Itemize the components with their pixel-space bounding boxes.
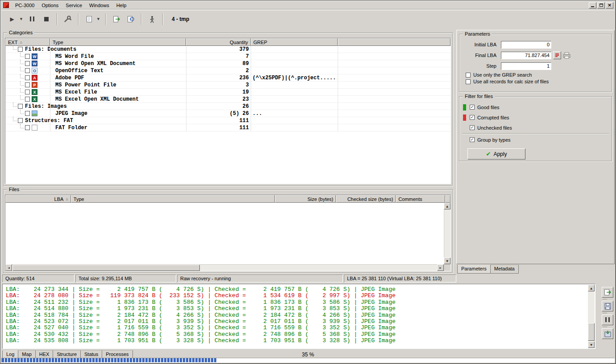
printer-icon[interactable] (562, 52, 571, 59)
log-export-button[interactable] (602, 287, 613, 298)
tree-connector-icon (20, 124, 24, 128)
tab-parameters[interactable]: Parameters (457, 265, 491, 274)
files-column-size-bytes[interactable]: Size (bytes) (275, 195, 336, 203)
tab-metadata[interactable]: Metadata (490, 265, 519, 274)
menu-service[interactable]: Service (62, 2, 86, 9)
category-row-jpeg-image[interactable]: JPEG Image(5) 26... (5, 110, 451, 117)
scrollbar-corner (444, 264, 451, 271)
pause-button[interactable] (26, 13, 38, 25)
categories-column-grep[interactable]: GREP (251, 38, 338, 46)
log-vertical-scrollbar[interactable]: ▲ ▼ (588, 285, 595, 348)
category-row-fat-folder[interactable]: FAT Folder111 (5, 124, 451, 131)
scroll-right-button[interactable]: ► (437, 264, 444, 271)
scroll-up-button[interactable]: ▲ (444, 203, 451, 209)
column-gridline (50, 46, 50, 131)
category-quantity: 236 (187, 75, 249, 81)
log-save-button[interactable] (602, 301, 613, 311)
initial-lba-input[interactable] (501, 41, 551, 49)
final-lba-input[interactable] (501, 52, 551, 59)
start-button[interactable]: ▶ (6, 13, 18, 25)
menu-windows[interactable]: Windows (86, 2, 113, 9)
category-row-adobe-pdf[interactable]: AAdobe PDF236(^\x25PDF)|(^.project...... (5, 74, 451, 82)
task-settings-button[interactable] (62, 13, 74, 25)
category-row-ms-word-file[interactable]: WMS Word File7 (5, 53, 451, 60)
categories-column-quantity[interactable]: Quantity (186, 38, 251, 46)
files-column-checked-size-bytes[interactable]: Checked size (bytes) (336, 195, 396, 203)
maximize-button[interactable] (597, 2, 605, 8)
scroll-up-button[interactable]: ▲ (588, 285, 595, 291)
corrupted-files-checkbox[interactable]: ✓ (470, 115, 475, 120)
unchecked-files-checkbox[interactable]: ✓ (470, 125, 475, 130)
category-row-ms-excel-open-xml-document[interactable]: XMS Excel Open XML Document23 (5, 96, 451, 103)
all-records-checkbox[interactable] (466, 79, 471, 84)
save-results-button[interactable] (83, 13, 95, 25)
set-max-lba-button[interactable] (553, 51, 561, 59)
export-data-button[interactable] (110, 13, 123, 25)
filter-row-unchecked-files: ✓Unchecked files (463, 123, 612, 133)
category-checkbox[interactable] (25, 125, 30, 130)
scroll-down-button[interactable]: ▼ (444, 258, 451, 264)
powerpoint-icon: P (32, 82, 37, 88)
category-quantity: 379 (187, 46, 249, 53)
save-results-dropdown[interactable]: ▼ (95, 13, 101, 25)
close-button[interactable]: × (606, 2, 613, 8)
refresh-data-button[interactable] (124, 13, 137, 25)
category-checkbox[interactable] (25, 68, 30, 73)
category-checkbox[interactable] (25, 97, 30, 102)
log-load-button[interactable] (602, 328, 613, 339)
category-quantity: 23 (187, 96, 249, 102)
files-column-comments[interactable]: Comments (396, 195, 445, 203)
menu-help[interactable]: Help (113, 2, 130, 9)
folder-icon (32, 125, 37, 131)
filter-panel-title: Filter for files (463, 94, 495, 99)
menu-pc-3000[interactable]: PC-3000 (12, 2, 38, 9)
running-person-icon (149, 16, 155, 23)
category-checkbox[interactable] (25, 111, 30, 116)
scroll-down-button[interactable]: ▼ (588, 341, 595, 348)
group-by-types-checkbox[interactable]: ✓ (470, 137, 475, 142)
run-mode-button[interactable] (146, 13, 158, 25)
files-vertical-scrollbar[interactable]: ▲ ▼ (444, 203, 451, 264)
horizontal-scroll-thumb[interactable] (12, 265, 200, 271)
category-row-ms-power-point-file[interactable]: PMS Power Point File3 (5, 82, 451, 89)
files-column-type[interactable]: Type (71, 195, 275, 203)
category-type-label: MS Power Point File (55, 82, 116, 88)
menu-options[interactable]: Options (38, 2, 62, 9)
category-checkbox[interactable] (18, 118, 23, 123)
minimize-button[interactable] (589, 2, 596, 8)
category-row-ms-excel-file[interactable]: XMS Excel File19 (5, 89, 451, 96)
category-row-files-documents[interactable]: Files: Documents379 (5, 46, 451, 53)
category-checkbox[interactable] (25, 90, 30, 94)
step-input[interactable] (501, 62, 551, 70)
status-bar: Quantity: 514 Total size: 9.295,114 MB R… (2, 274, 455, 283)
log-pause-button[interactable] (602, 315, 613, 325)
scroll-left-button[interactable]: ◄ (5, 264, 12, 271)
categories-column-type[interactable]: Type (50, 38, 186, 46)
good-files-checkbox[interactable]: ✓ (470, 105, 475, 110)
document-export-icon (604, 289, 612, 296)
category-checkbox[interactable] (18, 104, 23, 109)
category-row-files-images[interactable]: Files: Images26 (5, 103, 451, 110)
start-options-dropdown[interactable]: ▼ (18, 13, 24, 25)
vertical-scroll-thumb[interactable] (588, 323, 595, 341)
category-checkbox[interactable] (25, 54, 30, 59)
category-checkbox[interactable] (25, 82, 30, 87)
progress-fill (2, 358, 216, 362)
files-column-lba[interactable]: LBA△ (5, 195, 71, 203)
category-row-ms-word-open-xml-document[interactable]: WMS Word Open XML Document89 (5, 60, 451, 67)
category-checkbox[interactable] (25, 75, 30, 80)
stop-button[interactable] (40, 13, 53, 25)
filter-label: Group by types (477, 137, 511, 143)
apply-button[interactable]: ✔ Apply (467, 148, 525, 160)
category-type-label: MS Excel File (55, 89, 97, 95)
categories-column-ext[interactable]: EXT △ (5, 38, 50, 46)
right-tabs: ParametersMetadata (457, 265, 518, 274)
category-row-structures-fat[interactable]: Structures: FAT111 (5, 117, 451, 124)
category-row-openoffice-text[interactable]: OOpenOffice Text2 (5, 67, 451, 74)
files-horizontal-scrollbar[interactable]: ◄ ► (5, 264, 444, 271)
category-grep: ... (252, 110, 337, 117)
filter-panel: Filter for files ✓Good files✓Corrupted f… (459, 96, 612, 161)
category-checkbox[interactable] (25, 61, 30, 66)
category-checkbox[interactable] (18, 47, 23, 52)
grep-only-checkbox[interactable] (466, 73, 471, 78)
